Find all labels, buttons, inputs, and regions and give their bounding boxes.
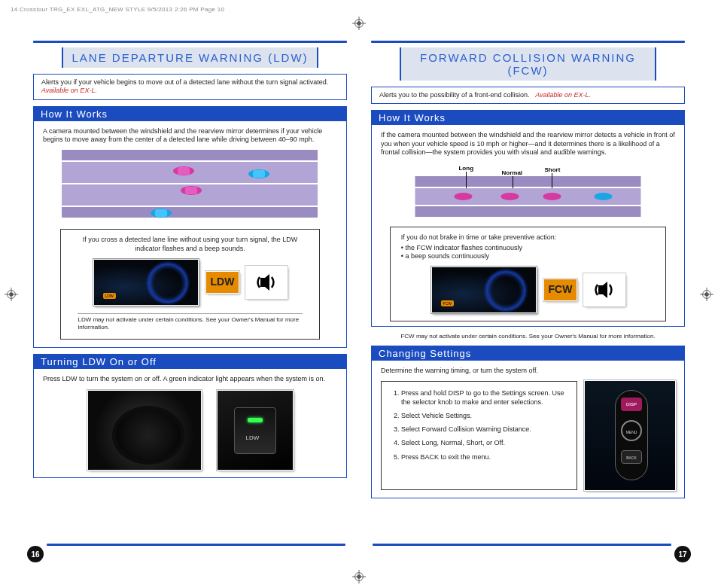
section-heading-how-it-works: How It Works: [371, 110, 685, 125]
how-it-works-text: A camera mounted between the windshield …: [43, 127, 337, 145]
footnote: FCW may not activate under certain condi…: [380, 333, 676, 340]
svg-rect-34: [415, 206, 641, 217]
fcw-indicator-icon: FCW: [441, 300, 454, 306]
step-item: Select Vehicle Settings.: [401, 412, 567, 420]
svg-rect-19: [62, 207, 318, 218]
rule-top: [33, 41, 347, 43]
label-short: Short: [545, 166, 561, 173]
footnote: LDW may not activate under certain condi…: [78, 313, 302, 331]
settings-text: Determine the warning timing, or turn th…: [381, 367, 675, 375]
svg-point-7: [357, 574, 361, 578]
availability-note: Available on EX-L.: [535, 91, 591, 99]
speaker-icon: [246, 267, 287, 298]
section-body-settings: Determine the warning timing, or turn th…: [371, 361, 685, 498]
page-right: FORWARD COLLISION WARNING (FCW) Alerts y…: [367, 38, 689, 559]
registration-mark-icon: [352, 570, 366, 583]
section-heading-turning: Turning LDW On or Off: [33, 354, 347, 369]
svg-point-43: [595, 193, 613, 200]
svg-marker-44: [598, 282, 607, 298]
intro-box: Alerts you to the possibility of a front…: [371, 87, 685, 104]
section-body-how-it-works: If the camera mounted between the windsh…: [371, 125, 685, 327]
page-number: 17: [674, 546, 691, 562]
inner-callout: If you do not brake in time or take prev…: [390, 227, 667, 321]
how-it-works-text: If the camera mounted between the windsh…: [381, 131, 675, 157]
svg-rect-32: [415, 176, 641, 187]
dashboard-photo: FCW: [431, 267, 537, 313]
inner-lead: If you do not brake in time or take prev…: [401, 233, 656, 242]
settings-steps: Press and hold DISP to go to the Setting…: [381, 381, 577, 490]
led-indicator-icon: [248, 418, 263, 422]
bullet: • the FCW indicator flashes continuously: [401, 244, 656, 252]
svg-point-11: [9, 292, 13, 296]
back-button-icon: BACK: [621, 450, 642, 464]
svg-point-3: [357, 21, 361, 25]
control-panel-photo: DISP MENU SEL BACK: [585, 381, 675, 490]
page-title: LANE DEPARTURE WARNING (LDW): [62, 47, 319, 68]
turning-text: Press LDW to turn the system on or off. …: [43, 375, 337, 383]
lane-diagram: [60, 150, 319, 221]
page-title: FORWARD COLLISION WARNING (FCW): [400, 47, 657, 81]
inner-caption: If you cross a detected lane line withou…: [71, 236, 308, 253]
rule-bottom: [373, 544, 671, 546]
svg-rect-16: [62, 150, 318, 160]
registration-mark-icon: [5, 288, 18, 301]
svg-point-40: [455, 193, 473, 200]
svg-point-41: [501, 193, 519, 200]
step-item: Select Long, Normal, Short, or Off.: [401, 439, 567, 447]
svg-rect-30: [155, 209, 167, 217]
section-body-how-it-works: A camera mounted between the windshield …: [33, 121, 347, 348]
svg-marker-31: [260, 274, 269, 291]
registration-mark-icon: [352, 17, 366, 30]
steering-wheel-photo: [88, 391, 201, 470]
intro-text: Alerts you to the possibility of a front…: [379, 91, 530, 99]
step-item: Select Forward Collision Warning Distanc…: [401, 425, 567, 434]
print-header: 14 Crosstour TRG_EX EXL_ATG_NEW STYLE 9/…: [11, 6, 224, 13]
bullet: • a beep sounds continuously: [401, 252, 656, 260]
label-long: Long: [459, 165, 474, 172]
svg-point-42: [543, 193, 561, 200]
availability-note: Available on EX-L.: [41, 87, 97, 94]
ldw-badge: LDW: [206, 272, 239, 293]
speaker-icon: [584, 274, 625, 306]
inner-bullets: • the FCW indicator flashes continuously…: [401, 244, 656, 261]
ldw-indicator-icon: LDW: [103, 293, 116, 299]
ldw-button-photo: LDW: [218, 391, 293, 470]
step-item: Press and hold DISP to go to the Setting…: [401, 389, 567, 407]
fcw-badge: FCW: [544, 279, 577, 300]
inner-callout: If you cross a detected lane line withou…: [60, 229, 319, 340]
page-number: 16: [27, 546, 44, 562]
svg-point-15: [704, 292, 708, 296]
disp-button-icon: DISP: [621, 398, 642, 411]
svg-rect-28: [253, 170, 265, 178]
dashboard-photo: LDW: [93, 259, 199, 306]
svg-rect-24: [178, 167, 190, 175]
registration-mark-icon: [700, 288, 713, 301]
page-left: LANE DEPARTURE WARNING (LDW) Alerts you …: [29, 38, 351, 559]
label-normal: Normal: [502, 169, 523, 176]
rule-top: [371, 41, 685, 43]
step-item: Press BACK to exit the menu.: [401, 453, 567, 462]
intro-text: Alerts you if your vehicle begins to mov…: [41, 78, 328, 86]
section-heading-settings: Changing Settings: [371, 346, 685, 361]
intro-box: Alerts you if your vehicle begins to mov…: [33, 74, 347, 100]
svg-rect-26: [185, 187, 197, 194]
ldw-button-label: LDW: [246, 434, 260, 442]
rule-bottom: [47, 544, 345, 546]
distance-diagram: Long Normal Short: [413, 163, 643, 219]
section-body-turning: Press LDW to turn the system on or off. …: [33, 369, 347, 478]
honda-logo-icon: [141, 428, 151, 437]
section-heading-how-it-works: How It Works: [33, 106, 347, 121]
